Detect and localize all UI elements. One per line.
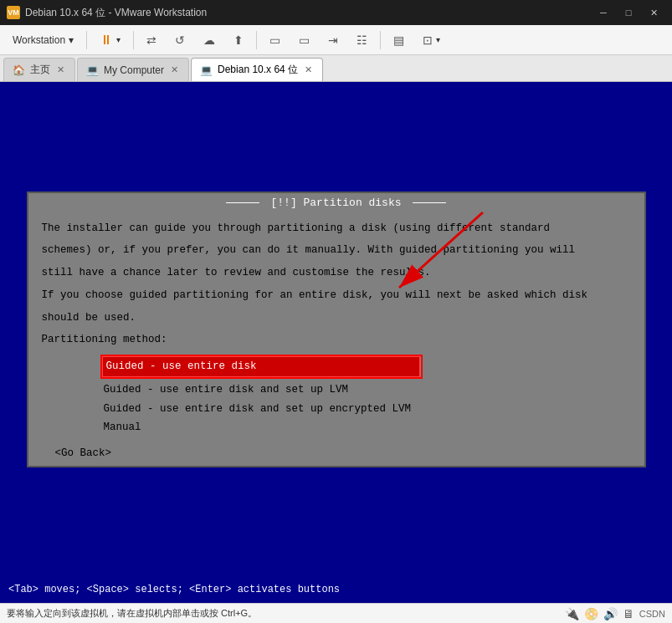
workstation-menu-button[interactable]: Workstation ▾ (5, 29, 81, 51)
toolbar: Workstation ▾ ⏸ ▾ ⇄ ↺ ☁ ⬆ ▭ ▭ ⇥ ☷ ▤ ⊡ ▾ (0, 25, 672, 55)
tab-bar: 🏠 主页 ✕ 💻 My Computer ✕ 💻 Debian 10.x 64 … (0, 55, 672, 82)
description-line5: should be used. (42, 310, 631, 326)
mycomputer-icon: 💻 (86, 64, 99, 76)
description-line4: If you choose guided partitioning for an… (42, 288, 631, 304)
option-guided-entire[interactable]: Guided - use entire disk (100, 355, 631, 379)
window-controls: ─ □ ✕ (592, 4, 665, 21)
option-guided-entire-label: Guided - use entire disk (102, 356, 420, 377)
toolbar-separator-4 (380, 31, 381, 49)
options-list: Guided - use entire disk Guided - use en… (100, 355, 631, 437)
partition-dialog: [!!] Partition disks The installer can g… (27, 191, 646, 467)
view-icon-1: ▭ (269, 33, 280, 47)
network-icon[interactable]: 🔌 (565, 607, 579, 620)
view-button-1[interactable]: ▭ (262, 29, 288, 51)
status-text: <Tab> moves; <Space> selects; <Enter> ac… (8, 584, 340, 595)
console-button[interactable]: ▤ (386, 29, 412, 51)
console-icon: ▤ (393, 33, 404, 47)
view-button-2[interactable]: ▭ (291, 29, 317, 51)
toolbar-separator-1 (86, 31, 87, 49)
home-icon: 🏠 (13, 64, 25, 76)
tab-mycomputer[interactable]: 💻 My Computer ✕ (77, 58, 189, 81)
bottom-hint-text: 要将输入定向到该虚拟机，请在虚拟机内部单击或按 Ctrl+G。 (7, 607, 257, 620)
view-button-3[interactable]: ⇥ (321, 29, 346, 51)
pause-icon: ⏸ (100, 33, 113, 48)
go-back-button[interactable]: <Go Back> (55, 446, 631, 462)
description-line2: schemes) or, if you prefer, you can do i… (42, 243, 631, 258)
cd-icon[interactable]: 📀 (584, 607, 598, 620)
snapshot-icon: ↺ (175, 33, 185, 47)
debian-icon: 💻 (200, 64, 213, 76)
option-manual[interactable]: Manual (100, 418, 631, 437)
description-line3: still have a chance later to review and … (42, 265, 631, 281)
tab-debian-close[interactable]: ✕ (303, 64, 314, 75)
view-icon-2: ▭ (299, 33, 310, 47)
option-guided-lvm[interactable]: Guided - use entire disk and set up LVM (100, 380, 631, 400)
sound-icon[interactable]: 🔊 (603, 607, 618, 620)
tab-home-label: 主页 (30, 63, 50, 77)
workstation-label: Workstation (13, 34, 65, 46)
fullscreen-icon: ⊡ (423, 33, 433, 47)
csdn-watermark: CSDN (639, 609, 665, 619)
pause-button[interactable]: ⏸ ▾ (92, 29, 128, 51)
send-ctrl-icon: ⇄ (146, 33, 156, 47)
maximize-button[interactable]: □ (617, 4, 640, 21)
vm-status-bar: <Tab> moves; <Space> selects; <Enter> ac… (0, 576, 672, 603)
view-button-4[interactable]: ☷ (349, 29, 375, 51)
cloud-button[interactable]: ☁ (196, 29, 223, 51)
minimize-button[interactable]: ─ (592, 4, 615, 21)
tab-debian[interactable]: 💻 Debian 10.x 64 位 ✕ (191, 58, 323, 81)
bottom-bar: 要将输入定向到该虚拟机，请在虚拟机内部单击或按 Ctrl+G。 🔌 📀 🔊 🖥 … (0, 603, 672, 623)
toolbar-separator-2 (133, 31, 134, 49)
fullscreen-dropdown-icon: ▾ (436, 35, 440, 44)
fullscreen-button[interactable]: ⊡ ▾ (415, 29, 448, 51)
dialog-body: The installer can guide you through part… (28, 212, 644, 470)
tab-mycomputer-close[interactable]: ✕ (169, 64, 180, 75)
pause-dropdown-icon: ▾ (116, 35, 121, 44)
option-guided-encrypted-lvm[interactable]: Guided - use entire disk and set up encr… (100, 400, 631, 419)
upload-icon: ⬆ (233, 33, 244, 47)
app-icon: VM (7, 6, 20, 19)
view-icon-3: ⇥ (328, 33, 338, 47)
vm-screen[interactable]: [!!] Partition disks The installer can g… (14, 129, 659, 530)
vm-main-area[interactable]: [!!] Partition disks The installer can g… (0, 82, 672, 576)
window-title: Debian 10.x 64 位 - VMware Workstation (25, 6, 592, 20)
upload-button[interactable]: ⬆ (226, 29, 251, 51)
title-bar: VM Debian 10.x 64 位 - VMware Workstation… (0, 0, 672, 25)
tab-mycomputer-label: My Computer (104, 64, 164, 76)
display-icon[interactable]: 🖥 (623, 607, 634, 620)
view-icon-4: ☷ (357, 33, 367, 47)
toolbar-separator-3 (256, 31, 257, 49)
close-button[interactable]: ✕ (642, 4, 665, 21)
partition-method-label: Partitioning method: (42, 332, 631, 348)
workstation-dropdown-icon: ▾ (69, 34, 74, 46)
description-line1: The installer can guide you through part… (42, 221, 631, 237)
snapshot-button[interactable]: ↺ (167, 29, 192, 51)
send-ctrl-alt-del-button[interactable]: ⇄ (139, 29, 164, 51)
selected-option-border: Guided - use entire disk (100, 355, 423, 379)
cloud-icon: ☁ (203, 33, 215, 47)
tab-home[interactable]: 🏠 主页 ✕ (3, 58, 75, 81)
dialog-title-bar: [!!] Partition disks (28, 193, 644, 212)
tab-home-close[interactable]: ✕ (55, 64, 66, 75)
dialog-title-text: [!!] Partition disks (270, 197, 401, 209)
bottom-icons: 🔌 📀 🔊 🖥 CSDN (565, 607, 665, 620)
tab-debian-label: Debian 10.x 64 位 (218, 63, 298, 77)
